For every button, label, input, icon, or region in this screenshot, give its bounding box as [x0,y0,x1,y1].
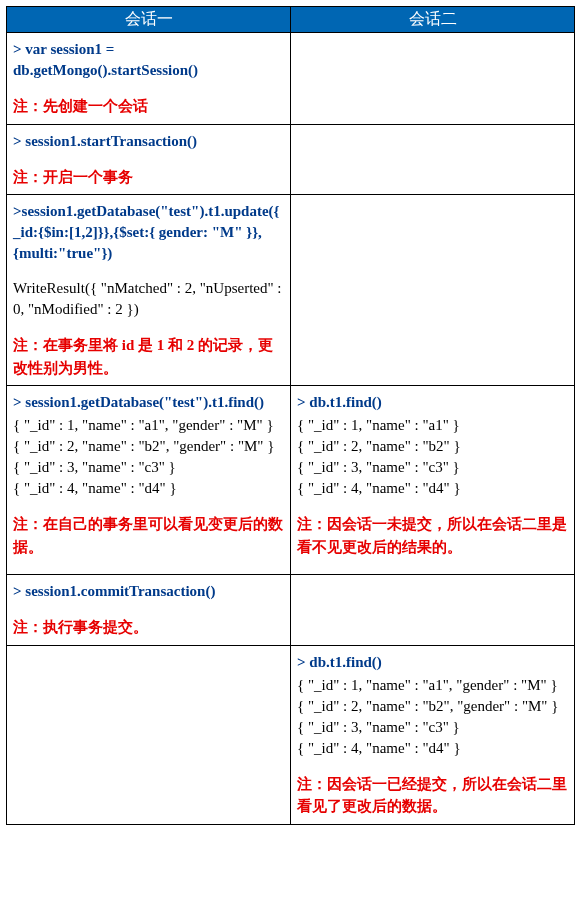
command-text: > session1.commitTransaction() [13,581,284,602]
header-session2: 会话二 [291,7,575,33]
header-session1: 会话一 [7,7,291,33]
output-text: { "_id" : 1, "name" : "a1", "gender" : "… [13,415,284,499]
table-row: > db.t1.find() { "_id" : 1, "name" : "a1… [7,645,575,824]
note-text: 注：先创建一个会话 [13,95,284,118]
table-row: > session1.startTransaction() 注：开启一个事务 [7,124,575,195]
command-text: > session1.startTransaction() [13,131,284,152]
table-row: > session1.commitTransaction() 注：执行事务提交。 [7,575,575,646]
note-text: 注：执行事务提交。 [13,616,284,639]
note-text: 注：在事务里将 id 是 1 和 2 的记录，更改性别为男性。 [13,334,284,379]
table-row: > var session1 = db.getMongo().startSess… [7,33,575,125]
command-text: > db.t1.find() [297,652,568,673]
note-text: 注：因会话一未提交，所以在会话二里是看不见更改后的结果的。 [297,513,568,558]
table-row: >session1.getDatabase("test").t1.update(… [7,195,575,386]
session-table: 会话一 会话二 > var session1 = db.getMongo().s… [6,6,575,825]
table-row: > session1.getDatabase("test").t1.find()… [7,386,575,575]
command-text: >session1.getDatabase("test").t1.update(… [13,201,284,264]
output-text: { "_id" : 1, "name" : "a1", "gender" : "… [297,675,568,759]
note-text: 注：因会话一已经提交，所以在会话二里看见了更改后的数据。 [297,773,568,818]
output-text: { "_id" : 1, "name" : "a1" }{ "_id" : 2,… [297,415,568,499]
command-text: > session1.getDatabase("test").t1.find() [13,392,284,413]
command-text: > db.t1.find() [297,392,568,413]
output-text: WriteResult({ "nMatched" : 2, "nUpserted… [13,278,284,320]
command-text: > var session1 = db.getMongo().startSess… [13,39,284,81]
note-text: 注：开启一个事务 [13,166,284,189]
note-text: 注：在自己的事务里可以看见变更后的数据。 [13,513,284,558]
